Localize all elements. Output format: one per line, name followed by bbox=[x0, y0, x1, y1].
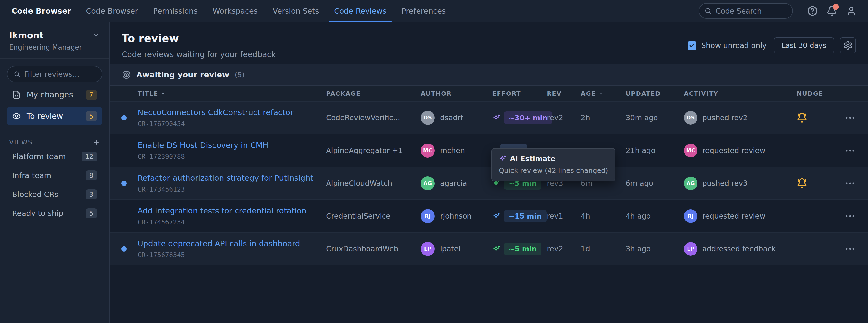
nav-item-preferences[interactable]: Preferences bbox=[394, 0, 453, 22]
age-value: 1d bbox=[581, 244, 626, 253]
ai-estimate-tooltip: AI Estimate Quick review (42 lines chang… bbox=[492, 148, 616, 181]
sidebar-view-infra-team[interactable]: Infra team 8 bbox=[7, 166, 102, 185]
filter-reviews[interactable] bbox=[7, 66, 102, 82]
filter-reviews-input[interactable] bbox=[24, 70, 96, 79]
nav-item-permissions[interactable]: Permissions bbox=[146, 0, 205, 22]
code-search[interactable] bbox=[699, 3, 793, 19]
settings-button[interactable] bbox=[840, 37, 856, 53]
review-title-link[interactable]: Refactor authorization strategy for PutI… bbox=[137, 173, 326, 183]
review-title-link[interactable]: Add integration tests for credential rot… bbox=[137, 206, 326, 215]
review-id: CR-174567234 bbox=[137, 218, 326, 226]
column-rev[interactable]: REV bbox=[547, 90, 581, 97]
age-value: 2h bbox=[581, 113, 626, 122]
view-label: Blocked CRs bbox=[12, 190, 59, 199]
avatar: AG bbox=[421, 176, 435, 190]
sidebar-view-platform-team[interactable]: Platform team 12 bbox=[7, 147, 102, 166]
tooltip-body: Quick review (42 lines changed) bbox=[499, 167, 608, 175]
table-row[interactable]: Enable DS Host Discovery in CMH CR-17239… bbox=[110, 134, 868, 167]
sidebar-item-my-changes[interactable]: My changes 7 bbox=[7, 86, 102, 104]
activity-text: addressed feedback bbox=[702, 244, 776, 253]
row-menu-button[interactable] bbox=[843, 243, 868, 255]
effort-badge: ~5 min bbox=[504, 243, 541, 255]
column-updated[interactable]: UPDATED bbox=[626, 90, 684, 97]
top-nav: Code Browser Code Browser Permissions Wo… bbox=[0, 0, 868, 22]
package-name: AlpineAggregator +1 bbox=[326, 146, 421, 155]
review-title-link[interactable]: NeccoConnectors CdkConstruct refactor bbox=[137, 108, 326, 117]
avatar: MC bbox=[684, 144, 698, 157]
sparkle-icon bbox=[492, 245, 500, 253]
page-subtitle: Code reviews waiting for your feedback bbox=[122, 50, 276, 59]
count-badge: 12 bbox=[82, 151, 97, 162]
sidebar-item-label: To review bbox=[27, 112, 80, 121]
help-button[interactable] bbox=[805, 4, 819, 18]
column-author[interactable]: AUTHOR bbox=[421, 90, 492, 97]
chevron-down-icon bbox=[161, 91, 165, 96]
effort-badge: ~30+ min bbox=[504, 112, 552, 124]
review-title-link[interactable]: Update deprecated API calls in dashboard bbox=[137, 239, 326, 248]
main-content: To review Code reviews waiting for your … bbox=[110, 22, 868, 323]
column-effort[interactable]: EFFORT bbox=[492, 90, 547, 97]
count-badge: 7 bbox=[86, 90, 97, 100]
updated-value: 21h ago bbox=[626, 146, 684, 155]
code-search-input[interactable] bbox=[716, 7, 787, 15]
view-label: Infra team bbox=[12, 171, 52, 180]
sparkle-icon bbox=[492, 114, 500, 122]
section-header: Awaiting your review (5) bbox=[110, 64, 868, 86]
nav-item-workspaces[interactable]: Workspaces bbox=[205, 0, 265, 22]
review-id: CR-172390788 bbox=[137, 153, 326, 160]
sidebar-item-to-review[interactable]: To review 5 bbox=[7, 107, 102, 125]
rev-value: rev2 bbox=[547, 244, 581, 253]
activity-text: pushed rev3 bbox=[702, 179, 748, 187]
count-badge: 8 bbox=[86, 171, 97, 180]
author-name: dsadrf bbox=[440, 113, 463, 122]
row-menu-button[interactable] bbox=[843, 145, 868, 156]
user-icon bbox=[846, 6, 857, 16]
column-activity[interactable]: ACTIVITY bbox=[684, 90, 797, 97]
author-name: lpatel bbox=[440, 244, 460, 253]
add-view-button[interactable] bbox=[93, 139, 100, 146]
sidebar-view-blocked-crs[interactable]: Blocked CRs 3 bbox=[7, 185, 102, 204]
notification-dot bbox=[833, 4, 839, 10]
user-menu-button[interactable] bbox=[844, 4, 858, 18]
count-badge: 5 bbox=[86, 208, 97, 218]
column-package[interactable]: PACKAGE bbox=[326, 90, 421, 97]
author-name: mchen bbox=[440, 146, 465, 155]
review-title-link[interactable]: Enable DS Host Discovery in CMH bbox=[137, 141, 326, 150]
nudge-bell-icon[interactable] bbox=[797, 112, 843, 123]
count-badge: 3 bbox=[86, 189, 97, 199]
date-range-button[interactable]: Last 30 days bbox=[774, 37, 834, 53]
activity-text: requested review bbox=[702, 212, 765, 220]
notifications-button[interactable] bbox=[825, 4, 839, 18]
nav-item-version-sets[interactable]: Version Sets bbox=[265, 0, 327, 22]
sidebar-view-ready-to-ship[interactable]: Ready to ship 5 bbox=[7, 204, 102, 223]
avatar: DS bbox=[684, 111, 698, 125]
user-switcher[interactable]: lkmont bbox=[7, 30, 102, 41]
rev-value: rev2 bbox=[547, 113, 581, 122]
package-name: CodeReviewVerific... bbox=[326, 113, 421, 122]
table-row[interactable]: NeccoConnectors CdkConstruct refactor CR… bbox=[110, 101, 868, 134]
activity-text: requested review bbox=[702, 146, 765, 155]
table-row[interactable]: Add integration tests for credential rot… bbox=[110, 200, 868, 233]
package-name: AlpineCloudWatch bbox=[326, 179, 421, 187]
nudge-bell-icon[interactable] bbox=[797, 178, 843, 189]
column-nudge[interactable]: NUDGE bbox=[797, 90, 843, 97]
row-menu-button[interactable] bbox=[843, 112, 868, 124]
show-unread-checkbox[interactable] bbox=[687, 41, 696, 50]
review-id: CR-176790454 bbox=[137, 120, 326, 127]
sidebar-item-label: My changes bbox=[27, 90, 80, 99]
nav-item-code-reviews[interactable]: Code Reviews bbox=[327, 0, 394, 22]
activity-text: pushed rev2 bbox=[702, 113, 748, 122]
row-menu-button[interactable] bbox=[843, 210, 868, 222]
review-id: CR-173456123 bbox=[137, 185, 326, 193]
nav-item-code-browser[interactable]: Code Browser bbox=[79, 0, 146, 22]
unread-dot bbox=[121, 181, 127, 186]
avatar: AG bbox=[684, 177, 698, 190]
row-menu-button[interactable] bbox=[843, 178, 868, 189]
table-row[interactable]: Update deprecated API calls in dashboard… bbox=[110, 233, 868, 265]
column-age[interactable]: AGE bbox=[581, 90, 626, 97]
column-title[interactable]: TITLE bbox=[137, 90, 326, 97]
avatar: RJ bbox=[421, 209, 435, 223]
rev-value: rev1 bbox=[547, 212, 581, 220]
target-icon bbox=[122, 70, 131, 80]
table-row[interactable]: Refactor authorization strategy for PutI… bbox=[110, 167, 868, 200]
